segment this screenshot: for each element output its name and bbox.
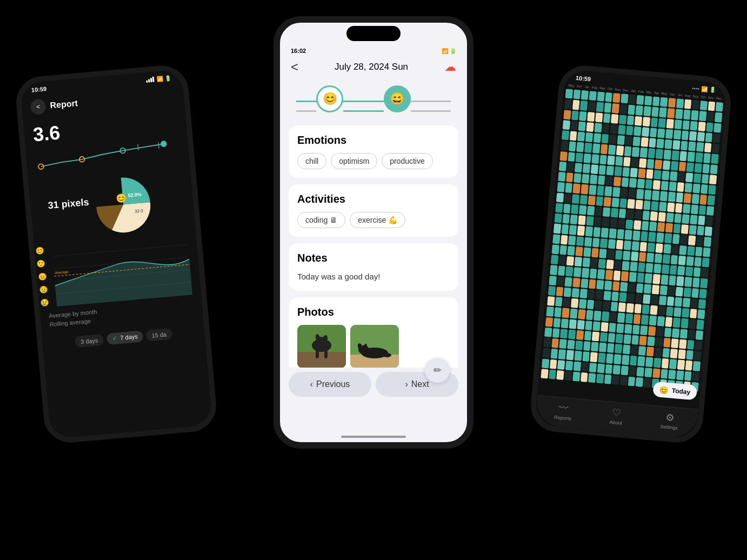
grid-cell[interactable]: [688, 235, 696, 245]
grid-cell[interactable]: [557, 276, 564, 286]
grid-cell[interactable]: [604, 374, 612, 384]
grid-cell[interactable]: [604, 281, 612, 290]
grid-cell[interactable]: [605, 364, 612, 374]
grid-cell[interactable]: [688, 329, 695, 339]
grid-cell[interactable]: [646, 346, 654, 356]
grid-cell[interactable]: [604, 103, 611, 112]
today-button[interactable]: 😊 Today: [652, 382, 698, 401]
grid-cell[interactable]: [652, 284, 659, 294]
grid-cell[interactable]: [632, 324, 640, 334]
grid-cell[interactable]: [706, 122, 713, 132]
grid-cell[interactable]: [691, 288, 699, 298]
grid-cell[interactable]: [703, 247, 710, 257]
grid-cell[interactable]: [603, 291, 611, 301]
grid-cell[interactable]: [700, 278, 708, 288]
photo-1[interactable]: [297, 325, 346, 368]
grid-cell[interactable]: [669, 182, 676, 191]
grid-cell[interactable]: [592, 143, 600, 153]
grid-cell[interactable]: [635, 199, 643, 209]
grid-cell[interactable]: [623, 251, 630, 261]
grid-cell[interactable]: [672, 328, 679, 338]
grid-cell[interactable]: [674, 119, 682, 129]
grid-cell[interactable]: [639, 242, 647, 251]
grid-cell[interactable]: [541, 369, 548, 378]
grid-cell[interactable]: [587, 205, 595, 215]
grid-cell[interactable]: [552, 244, 559, 254]
grid-cell[interactable]: [549, 276, 556, 285]
grid-cell[interactable]: [577, 319, 584, 329]
grid-cell[interactable]: [677, 266, 685, 276]
grid-cell[interactable]: [581, 372, 588, 382]
grid-cell[interactable]: [709, 185, 716, 195]
grid-cell[interactable]: [701, 184, 708, 194]
grid-cell[interactable]: [678, 162, 686, 171]
grid-cell[interactable]: [585, 132, 593, 142]
grid-cell[interactable]: [630, 262, 637, 271]
grid-cell[interactable]: [671, 244, 679, 254]
grid-cell[interactable]: [665, 223, 673, 232]
grid-cell[interactable]: [601, 144, 608, 154]
grid-cell[interactable]: [622, 167, 630, 177]
grid-cell[interactable]: [600, 332, 608, 342]
grid-cell[interactable]: [644, 96, 652, 105]
grid-cell[interactable]: [576, 330, 584, 340]
grid-cell[interactable]: [665, 317, 672, 326]
grid-cell[interactable]: [582, 174, 589, 184]
grid-cell[interactable]: [584, 143, 592, 152]
grid-cell[interactable]: [688, 142, 696, 151]
grid-cell[interactable]: [580, 101, 588, 110]
grid-cell[interactable]: [611, 114, 618, 123]
grid-cell[interactable]: [606, 354, 613, 363]
grid-cell[interactable]: [599, 343, 606, 352]
grid-cell[interactable]: [678, 172, 685, 182]
grid-cell[interactable]: [596, 102, 604, 112]
grid-cell[interactable]: [665, 129, 673, 139]
grid-cell[interactable]: [590, 352, 598, 362]
grid-cell[interactable]: [638, 168, 645, 178]
grid-cell[interactable]: [635, 210, 642, 219]
grid-cell[interactable]: [560, 329, 568, 338]
grid-cell[interactable]: [656, 243, 663, 253]
grid-cell[interactable]: [598, 165, 606, 175]
grid-cell[interactable]: [681, 130, 689, 140]
grid-cell[interactable]: [581, 90, 589, 100]
grid-cell[interactable]: [636, 189, 644, 199]
grid-cell[interactable]: [689, 131, 697, 141]
grid-cell[interactable]: [633, 220, 641, 230]
grid-cell[interactable]: [678, 256, 686, 265]
grid-cell[interactable]: [618, 219, 625, 229]
grid-cell[interactable]: [600, 238, 608, 248]
grid-cell[interactable]: [659, 296, 666, 305]
grid-cell[interactable]: [610, 124, 618, 134]
grid-cell[interactable]: [612, 281, 620, 291]
grid-cell[interactable]: [624, 324, 632, 334]
grid-cell[interactable]: [552, 234, 560, 244]
grid-cell[interactable]: [697, 309, 705, 319]
grid-cell[interactable]: [694, 257, 702, 266]
grid-cell[interactable]: [611, 208, 618, 217]
grid-cell[interactable]: [648, 326, 656, 336]
grid-cell[interactable]: [692, 371, 699, 381]
grid-cell[interactable]: [655, 254, 662, 263]
grid-cell[interactable]: [555, 203, 563, 212]
grid-cell[interactable]: [662, 170, 669, 180]
grid-cell[interactable]: [561, 235, 568, 244]
grid-cell[interactable]: [576, 152, 583, 162]
grid-cell[interactable]: [701, 268, 709, 278]
grid-cell[interactable]: [602, 311, 609, 321]
grid-cell[interactable]: [597, 269, 605, 279]
grid-cell[interactable]: [642, 210, 650, 220]
grid-cell[interactable]: [614, 166, 622, 176]
grid-cell[interactable]: [612, 187, 620, 197]
grid-cell[interactable]: [712, 143, 719, 153]
grid-cell[interactable]: [589, 185, 596, 195]
back-button-left[interactable]: <: [30, 98, 46, 115]
grid-cell[interactable]: [590, 258, 598, 268]
grid-cell[interactable]: [667, 202, 675, 212]
grid-cell[interactable]: [589, 91, 597, 101]
grid-cell[interactable]: [654, 170, 662, 179]
grid-cell[interactable]: [690, 309, 697, 318]
grid-cell[interactable]: [559, 339, 567, 349]
grid-cell[interactable]: [580, 195, 588, 204]
grid-cell[interactable]: [684, 277, 692, 286]
